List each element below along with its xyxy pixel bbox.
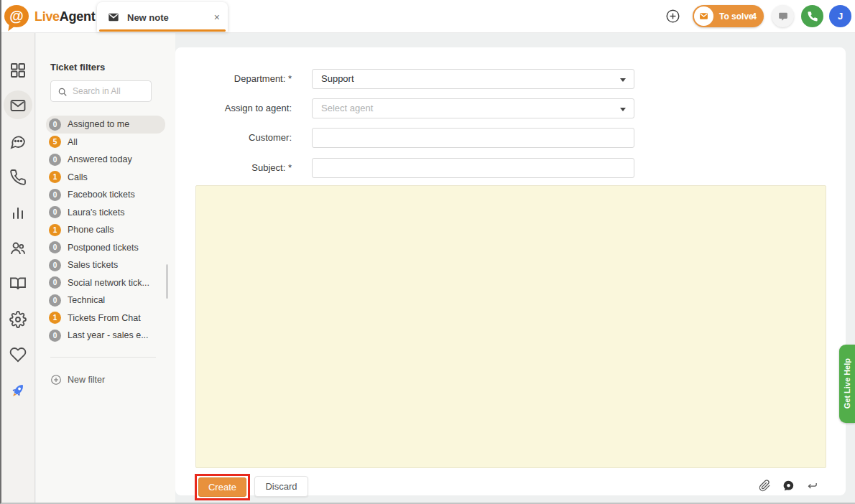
filter-label: Postponed tickets: [68, 243, 139, 253]
attachment-paperclip-icon[interactable]: [759, 480, 771, 492]
phone-icon: [807, 11, 818, 22]
annotation-highlight-box: Create: [195, 474, 250, 500]
new-filter-label: New filter: [68, 375, 105, 385]
count-badge: 1: [49, 312, 61, 324]
subject-label: Subject: *: [175, 158, 292, 178]
discard-button[interactable]: Discard: [254, 476, 308, 497]
knowledge-base-icon[interactable]: [9, 275, 27, 292]
chevron-down-icon: [620, 78, 626, 82]
get-live-help-label: Get Live Help: [843, 358, 851, 409]
filter-label: Facebook tickets: [68, 190, 135, 200]
filter-label: Assigned to me: [68, 119, 129, 129]
filter-assigned-to-me[interactable]: 0Assigned to me: [46, 116, 165, 134]
filter-sales-tickets[interactable]: 0Sales tickets: [46, 256, 165, 274]
customer-label: Customer:: [175, 128, 292, 148]
filter-label: Phone calls: [68, 225, 114, 235]
avatar[interactable]: J: [829, 5, 851, 27]
filter-lauras-tickets[interactable]: 0Laura's tickets: [46, 204, 165, 222]
filter-label: Technical: [68, 295, 105, 305]
count-badge: 0: [49, 154, 61, 166]
note-body-editor[interactable]: [195, 185, 826, 468]
filter-label: Sales tickets: [68, 260, 118, 270]
filter-last-year-sales[interactable]: 0Last year - sales e...: [46, 327, 165, 345]
assign-agent-label: Assign to agent:: [175, 98, 292, 118]
customer-input[interactable]: [313, 129, 634, 147]
customers-icon[interactable]: [9, 240, 27, 257]
count-badge: 0: [49, 206, 61, 218]
reports-icon[interactable]: [9, 204, 27, 221]
add-new-icon[interactable]: [665, 9, 680, 24]
filter-label: Calls: [68, 172, 88, 182]
liveagent-app: @ LiveAgent New note × To solve 4: [0, 0, 855, 504]
assign-agent-select[interactable]: Select agent: [312, 98, 634, 118]
favorites-heart-icon[interactable]: [9, 346, 27, 363]
filter-list: 0Assigned to me 5All 0Answered today 1Ca…: [36, 116, 175, 345]
phone-button[interactable]: [801, 5, 823, 27]
chevron-down-icon: [620, 108, 626, 111]
filter-label: Tickets From Chat: [68, 313, 141, 323]
dashboard-icon[interactable]: [9, 62, 27, 79]
to-solve-envelope-icon: [694, 6, 713, 26]
top-bar: @ LiveAgent New note × To solve 4: [1, 0, 855, 33]
filter-tickets-from-chat[interactable]: 1Tickets From Chat: [46, 309, 165, 327]
settings-gear-icon[interactable]: [9, 311, 27, 328]
divider: [50, 357, 156, 358]
filter-social-network-tickets[interactable]: 0Social network tick...: [46, 274, 165, 292]
close-icon[interactable]: ×: [214, 11, 220, 24]
to-solve-count: 4: [752, 11, 757, 22]
to-solve-button[interactable]: To solve 4: [693, 5, 764, 27]
ticket-filters-panel: Ticket filters 0Assigned to me 5All 0Ans…: [36, 33, 175, 503]
liveagent-logo[interactable]: @ LiveAgent: [3, 4, 96, 29]
filter-search[interactable]: [50, 80, 152, 102]
filter-scrollbar[interactable]: [166, 264, 168, 299]
subject-input[interactable]: [313, 159, 634, 177]
tab-title: New note: [127, 12, 169, 23]
plus-circle-icon: [50, 374, 62, 386]
filter-facebook-tickets[interactable]: 0Facebook tickets: [46, 186, 165, 204]
new-filter-button[interactable]: New filter: [50, 374, 105, 386]
count-badge: 0: [49, 118, 61, 131]
filters-title: Ticket filters: [50, 62, 105, 73]
customer-field-wrap: [312, 128, 634, 148]
count-badge: 0: [49, 276, 61, 289]
logo-bubble-icon: @: [4, 5, 29, 27]
chat-bubble-icon: [778, 11, 788, 22]
filter-postponed-tickets[interactable]: 0Postponed tickets: [46, 239, 165, 257]
reply-return-arrow-icon[interactable]: [806, 480, 818, 492]
filter-label: Social network tick...: [68, 278, 149, 288]
count-badge: 1: [49, 224, 61, 236]
tickets-icon[interactable]: [9, 97, 27, 114]
new-note-form: Department: * Support Assign to agent: S…: [175, 47, 846, 495]
tab-active-indicator: [99, 29, 226, 32]
department-select[interactable]: Support: [312, 69, 634, 89]
canned-message-icon[interactable]: [782, 480, 795, 492]
getting-started-rocket-icon[interactable]: [9, 382, 27, 399]
search-icon: [57, 87, 68, 97]
count-badge: 0: [49, 330, 61, 342]
chats-icon[interactable]: [9, 133, 27, 150]
tab-new-note[interactable]: New note ×: [97, 2, 228, 32]
subject-field-wrap: [312, 158, 634, 178]
chat-messages-button[interactable]: [772, 5, 794, 27]
create-button[interactable]: Create: [198, 477, 246, 497]
logo-text: LiveAgent: [34, 9, 95, 24]
to-solve-label: To solve: [719, 11, 754, 22]
search-input[interactable]: [73, 82, 149, 101]
filter-answered-today[interactable]: 0Answered today: [46, 151, 165, 169]
filter-all[interactable]: 5All: [46, 134, 165, 151]
filter-technical[interactable]: 0Technical: [46, 291, 165, 309]
avatar-initial: J: [838, 11, 843, 22]
logo-live: Live: [34, 9, 60, 24]
department-label: Department: *: [175, 69, 292, 89]
logo-at: @: [9, 8, 24, 24]
customer-row: Customer:: [175, 128, 846, 148]
get-live-help-tab[interactable]: Get Live Help: [839, 345, 855, 423]
count-badge: 5: [49, 136, 61, 148]
filter-calls[interactable]: 1Calls: [46, 169, 165, 187]
logo-agent: Agent: [60, 9, 96, 24]
filter-phone-calls[interactable]: 1Phone calls: [46, 221, 165, 239]
department-value: Support: [321, 73, 354, 84]
calls-icon[interactable]: [9, 169, 27, 186]
count-badge: 0: [49, 259, 61, 271]
filter-label: Laura's tickets: [68, 207, 125, 218]
